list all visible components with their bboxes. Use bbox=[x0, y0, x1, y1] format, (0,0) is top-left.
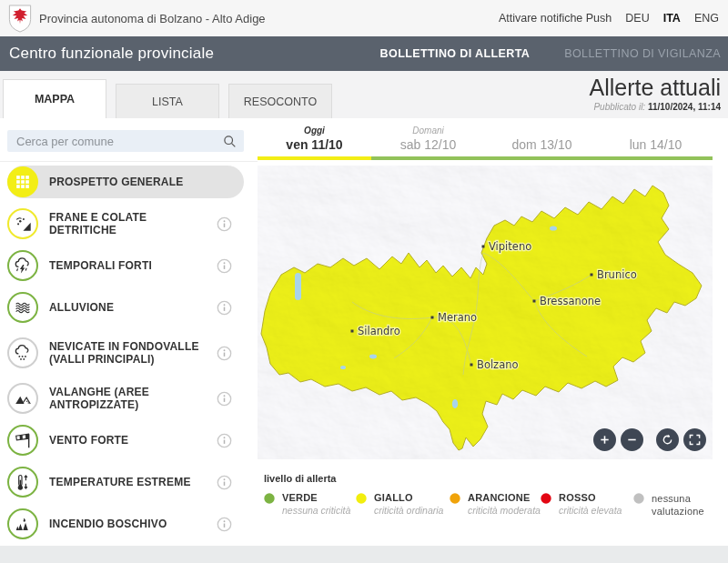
forest-fire-icon bbox=[7, 508, 38, 539]
landslide-icon bbox=[7, 208, 38, 239]
sidebar-item-label: VENTO FORTE bbox=[49, 434, 128, 447]
legend-label: GIALLO bbox=[374, 492, 443, 503]
date-tab-lun[interactable]: lun 14/10 bbox=[599, 126, 713, 160]
published-value: 11/10/2024, 11:14 bbox=[648, 102, 721, 112]
language-eng[interactable]: ENG bbox=[694, 12, 719, 25]
legend-label: ROSSO bbox=[559, 492, 622, 503]
city-vipiteno: Vipiteno bbox=[482, 240, 532, 253]
province-crest-icon bbox=[8, 5, 32, 33]
city-merano: Merano bbox=[431, 311, 478, 324]
sidebar-item-vento[interactable]: VENTO FORTE bbox=[7, 424, 244, 457]
meta-actions: Attivare notifiche Push DEU ITA ENG bbox=[499, 12, 728, 25]
info-icon[interactable] bbox=[217, 475, 232, 490]
date-tab-day: Domani bbox=[371, 126, 485, 137]
sidebar-item-nevicate[interactable]: NEVICATE IN FONDOVALLE (VALLI PRINCIPALI… bbox=[7, 333, 244, 373]
content: PROSPETTO GENERALE FRANE E COLATE DETRIT… bbox=[0, 118, 728, 546]
page: Provincia autonoma di Bolzano - Alto Adi… bbox=[0, 0, 728, 563]
legend-sub: nessuna criticità bbox=[282, 505, 350, 516]
city-label: Merano bbox=[438, 311, 477, 324]
search-input[interactable] bbox=[7, 135, 223, 148]
sidebar-item-label: INCENDIO BOSCHIVO bbox=[49, 518, 167, 530]
legend-item-giallo: GIALLO criticità ordinaria bbox=[356, 492, 450, 518]
storm-icon bbox=[7, 250, 38, 281]
language-deu[interactable]: DEU bbox=[625, 12, 649, 25]
tab-mappa[interactable]: MAPPA bbox=[3, 79, 106, 118]
arancione-dot-icon bbox=[450, 493, 460, 504]
sidebar-item-label: TEMPERATURE ESTREME bbox=[49, 476, 191, 488]
app-title: Centro funzionale provinciale bbox=[9, 45, 214, 63]
view-tabs: MAPPA LISTA RESOCONTO bbox=[3, 79, 332, 118]
city-dot bbox=[533, 300, 536, 303]
city-dot bbox=[482, 246, 485, 248]
city-dot bbox=[591, 274, 593, 276]
sidebar-item-temperature[interactable]: TEMPERATURE ESTREME bbox=[7, 466, 244, 498]
navbar-links: BOLLETTINO DI ALLERTA BOLLETTINO DI VIGI… bbox=[380, 47, 728, 60]
sidebar-item-incendio[interactable]: INCENDIO BOSCHIVO bbox=[7, 508, 244, 540]
alert-map[interactable]: Vipiteno Brunico Bressanone Merano bbox=[258, 166, 713, 459]
fullscreen-button[interactable] bbox=[683, 428, 706, 451]
city-dot bbox=[470, 364, 473, 367]
sidebar-item-label: NEVICATE IN FONDOVALLE (VALLI PRINCIPALI… bbox=[49, 340, 206, 366]
header-band: MAPPA LISTA RESOCONTO Allerte attuali Pu… bbox=[0, 71, 728, 118]
city-label: Brunico bbox=[597, 268, 637, 281]
divider bbox=[0, 161, 258, 162]
info-icon[interactable] bbox=[217, 346, 232, 361]
sidebar-item-valanghe[interactable]: VALANGHE (AREE ANTROPIZZATE) bbox=[7, 382, 244, 415]
map-controls bbox=[593, 428, 706, 451]
date-tab-date: ven 11/10 bbox=[258, 137, 371, 152]
legend-sub: criticità elevata bbox=[559, 505, 622, 516]
hazard-sidebar: PROSPETTO GENERALE FRANE E COLATE DETRIT… bbox=[0, 118, 258, 546]
search-icon[interactable] bbox=[223, 135, 237, 148]
flood-icon bbox=[7, 292, 38, 323]
avalanche-icon bbox=[7, 383, 38, 414]
zoom-in-button[interactable] bbox=[593, 428, 616, 451]
info-icon[interactable] bbox=[217, 433, 232, 448]
legend-item-arancione: ARANCIONE criticità moderata bbox=[450, 492, 541, 518]
date-tab-day bbox=[485, 126, 599, 137]
nav-bollettino-vigilanza[interactable]: BOLLETTINO DI VIGILANZA bbox=[564, 47, 721, 60]
info-icon[interactable] bbox=[217, 258, 232, 274]
nav-bollettino-allerta[interactable]: BOLLETTINO DI ALLERTA bbox=[380, 47, 531, 60]
legend-item-verde: VERDE nessuna criticità bbox=[264, 492, 356, 518]
sidebar-item-frane[interactable]: FRANE E COLATE DETRITICHE bbox=[7, 207, 244, 240]
date-tab-day bbox=[599, 126, 713, 137]
city-silandro: Silandro bbox=[351, 325, 400, 337]
info-icon[interactable] bbox=[217, 216, 232, 232]
meta-header: Provincia autonoma di Bolzano - Alto Adi… bbox=[0, 0, 728, 36]
date-tab-sab[interactable]: Domani sab 12/10 bbox=[371, 126, 485, 160]
reset-view-button[interactable] bbox=[656, 428, 679, 451]
city-label: Bolzano bbox=[477, 358, 519, 371]
city-label: Silandro bbox=[358, 325, 400, 337]
sidebar-item-temporali[interactable]: TEMPORALI FORTI bbox=[7, 249, 244, 282]
city-label: Bressanone bbox=[540, 295, 601, 307]
published-label: Pubblicato il: bbox=[593, 102, 645, 112]
sidebar-item-alluvione[interactable]: ALLUVIONE bbox=[7, 291, 244, 324]
zoom-out-button[interactable] bbox=[621, 428, 643, 451]
sidebar-item-label: FRANE E COLATE DETRITICHE bbox=[49, 211, 206, 236]
date-tab-ven[interactable]: Oggi ven 11/10 bbox=[258, 126, 371, 160]
date-tab-dom[interactable]: dom 13/10 bbox=[485, 126, 599, 160]
legend-sub: criticità ordinaria bbox=[374, 505, 443, 516]
sidebar-item-prospetto-generale[interactable]: PROSPETTO GENERALE bbox=[7, 166, 244, 198]
info-icon[interactable] bbox=[217, 517, 232, 532]
tab-resoconto[interactable]: RESOCONTO bbox=[228, 84, 332, 118]
search-box bbox=[7, 130, 244, 152]
info-icon[interactable] bbox=[217, 391, 232, 407]
legend-items: VERDE nessuna criticità GIALLO criticità… bbox=[264, 492, 723, 518]
legend-label: nessuna valutazione bbox=[652, 492, 708, 518]
language-ita[interactable]: ITA bbox=[663, 12, 681, 25]
published-line: Pubblicato il: 11/10/2024, 11:14 bbox=[589, 102, 721, 112]
info-icon[interactable] bbox=[217, 300, 232, 316]
push-notifications-link[interactable]: Attivare notifiche Push bbox=[499, 12, 612, 25]
city-brunico: Brunico bbox=[591, 268, 637, 281]
sidebar-item-label: TEMPORALI FORTI bbox=[49, 259, 152, 272]
city-dot bbox=[351, 330, 354, 333]
grid-icon bbox=[7, 166, 38, 197]
org-name: Provincia autonoma di Bolzano - Alto Adi… bbox=[39, 12, 266, 25]
date-tab-date: sab 12/10 bbox=[371, 137, 485, 152]
city-bolzano: Bolzano bbox=[470, 358, 519, 371]
city-dot bbox=[431, 317, 434, 319]
tab-lista[interactable]: LISTA bbox=[116, 84, 219, 118]
legend-item-rosso: ROSSO criticità elevata bbox=[541, 492, 633, 518]
city-label: Vipiteno bbox=[489, 240, 531, 253]
